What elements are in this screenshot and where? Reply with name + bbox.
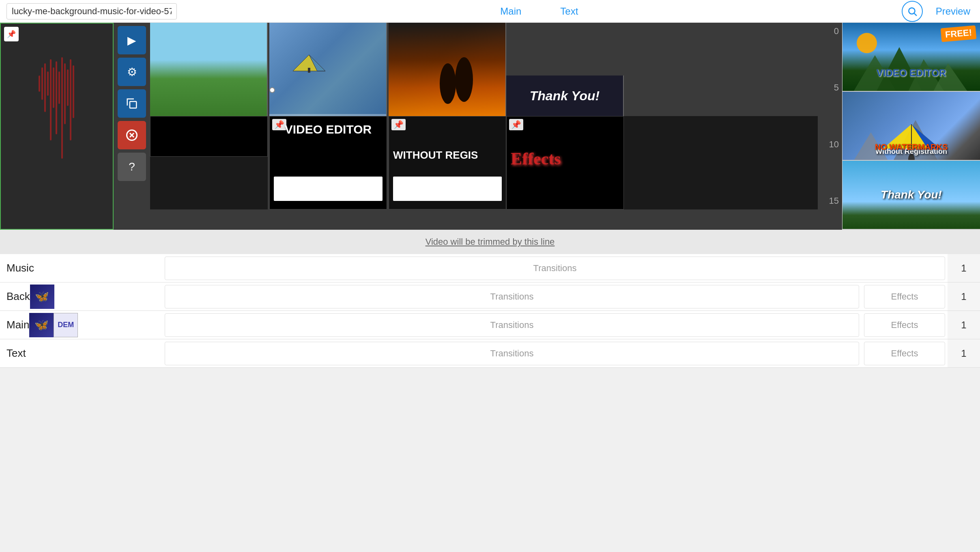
transition-btn-2[interactable]: Transitions — [165, 313, 859, 337]
effects-text: Effects — [511, 149, 619, 168]
middle-timeline: Transitions Transitions Effects Transiti… — [162, 254, 948, 368]
clip-thankyou[interactable]: Thank You! — [506, 75, 624, 116]
timeline-15: 15 — [819, 196, 840, 206]
svg-rect-11 — [64, 63, 66, 124]
preview-label[interactable]: Preview — [933, 4, 974, 19]
audio-panel: 📌 — [0, 23, 114, 230]
sidebar-main-thumb: 🦋 — [29, 313, 54, 337]
timeline-0: 0 — [819, 26, 840, 37]
preview-item-hang[interactable]: Without Registration NO WATERMARKS — [842, 92, 980, 161]
svg-rect-6 — [50, 59, 52, 140]
header: Main Text Preview — [0, 0, 980, 23]
preview-panel: FREE! VIDEO EDITOR Without Registration … — [842, 23, 980, 230]
settings-button[interactable]: ⚙ — [118, 58, 146, 86]
clip-fire[interactable] — [389, 23, 506, 116]
svg-rect-13 — [70, 59, 71, 140]
tab-main[interactable]: Main — [497, 4, 524, 19]
pin-icon-without: 📌 — [391, 119, 406, 130]
effects-btn-2[interactable]: Effects — [864, 313, 945, 337]
pin-button[interactable]: 📌 — [4, 27, 19, 41]
sidebar-back-label: Back — [6, 290, 30, 303]
sidebar-text-label: Text — [6, 347, 26, 360]
preview-item-thankyou[interactable]: Thank You! — [842, 161, 980, 230]
svg-rect-10 — [61, 57, 63, 159]
timeline-row-3: Transitions Effects — [162, 339, 948, 368]
svg-line-1 — [914, 13, 917, 15]
transition-btn-0[interactable]: Transitions — [165, 257, 945, 280]
svg-rect-12 — [67, 69, 69, 106]
editor-area: 📌 ▶ ⚙ — [0, 23, 980, 230]
bottom-area: Music Back 🦋 Main 🦋 DEM Text Transitions — [0, 254, 980, 368]
sidebar-music-label: Music — [6, 262, 34, 274]
number-cell-3: 1 — [948, 339, 980, 368]
controls-panel: ▶ ⚙ ? — [114, 23, 150, 230]
svg-rect-3 — [41, 67, 43, 100]
preview-video-editor-text: VIDEO EDITOR — [842, 67, 980, 79]
timeline-5: 5 — [819, 82, 840, 93]
tab-text[interactable]: Text — [557, 4, 581, 19]
timeline-row-2: Transitions Effects — [162, 311, 948, 339]
svg-point-23 — [455, 57, 473, 102]
sidebar-back-thumb: 🦋 — [30, 285, 54, 309]
video-timeline: Thank You! 📌 VIDEO EDITOR — [150, 23, 842, 230]
video-track-top: Thank You! — [150, 23, 842, 116]
svg-point-28 — [857, 33, 877, 53]
svg-rect-5 — [47, 71, 49, 96]
text-clip-without[interactable]: 📌 WITHOUT REGIS — [389, 116, 506, 209]
preview-thankyou-text: Thank You! — [842, 188, 980, 201]
clip-landscape[interactable] — [150, 23, 268, 116]
filename-input[interactable] — [6, 3, 177, 19]
svg-rect-14 — [73, 65, 74, 118]
number-cell-2: 1 — [948, 311, 980, 339]
right-numbers: 1 1 1 1 — [948, 254, 980, 368]
left-sidebar: Music Back 🦋 Main 🦋 DEM Text — [0, 254, 162, 368]
svg-rect-4 — [44, 63, 46, 112]
clip-hang-glider[interactable] — [269, 23, 387, 116]
text-clip-1[interactable] — [150, 116, 268, 157]
transition-btn-3[interactable]: Transitions — [165, 342, 859, 365]
text-track: 📌 VIDEO EDITOR 📌 WITHOUT REGIS 📌 Effects — [150, 116, 842, 209]
waveform-container — [1, 24, 113, 229]
header-tabs: Main Text — [177, 4, 902, 19]
svg-rect-21 — [308, 68, 310, 73]
sidebar-item-text[interactable]: Text — [0, 339, 162, 368]
timeline-row-0: Transitions — [162, 254, 948, 282]
no-watermarks-text: NO WATERMARKS — [842, 142, 980, 152]
timeline-row-1: Transitions Effects — [162, 282, 948, 311]
thankyou-text: Thank You! — [510, 88, 619, 104]
number-cell-0: 1 — [948, 254, 980, 282]
sidebar-main-label: Main — [6, 319, 29, 331]
svg-point-0 — [909, 8, 915, 14]
svg-rect-9 — [58, 71, 60, 104]
sidebar-item-music[interactable]: Music — [0, 254, 162, 282]
help-button[interactable]: ? — [118, 153, 146, 181]
svg-rect-15 — [130, 101, 136, 108]
pin-icon-effects: 📌 — [509, 119, 523, 130]
svg-rect-8 — [56, 61, 57, 134]
sidebar-dem-thumb: DEM — [54, 313, 78, 337]
svg-rect-2 — [39, 75, 40, 92]
sidebar-item-main[interactable]: Main 🦋 DEM — [0, 311, 162, 339]
effects-btn-3[interactable]: Effects — [864, 342, 945, 365]
timeline-numbers: 0 5 10 15 — [818, 23, 842, 209]
without-text: WITHOUT REGIS — [393, 149, 502, 162]
trim-line-text: Video will be trimmed by this line — [426, 237, 555, 247]
text-clip-video-editor[interactable]: 📌 VIDEO EDITOR — [269, 116, 387, 209]
number-cell-1: 1 — [948, 282, 980, 311]
video-editor-title: VIDEO EDITOR — [270, 123, 387, 136]
waveform-svg — [39, 55, 75, 218]
search-button[interactable] — [902, 1, 923, 22]
text-clip-effects[interactable]: 📌 Effects — [506, 116, 624, 209]
transition-btn-1[interactable]: Transitions — [165, 285, 859, 308]
trim-area: Video will be trimmed by this line — [0, 230, 980, 254]
svg-point-22 — [440, 63, 456, 104]
preview-item-mountain[interactable]: FREE! VIDEO EDITOR — [842, 23, 980, 92]
play-button[interactable]: ▶ — [118, 26, 146, 54]
svg-rect-7 — [53, 67, 54, 108]
delete-button[interactable] — [118, 121, 146, 149]
sidebar-item-back[interactable]: Back 🦋 — [0, 282, 162, 311]
timeline-10: 10 — [819, 139, 840, 150]
copy-button[interactable] — [118, 89, 146, 118]
effects-btn-1[interactable]: Effects — [864, 285, 945, 308]
